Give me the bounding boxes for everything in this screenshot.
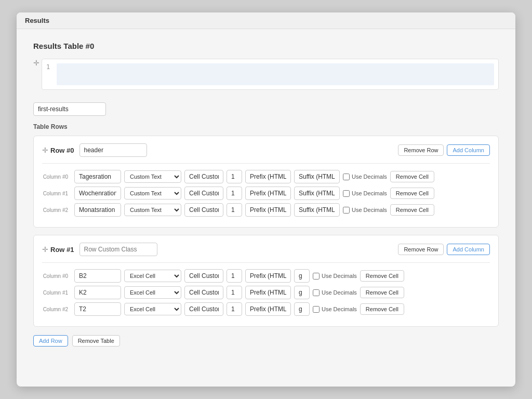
- row-1-class-input[interactable]: [79, 243, 157, 256]
- col-0-2-label: Column #2: [42, 207, 71, 213]
- col-0-1-number-input[interactable]: [227, 187, 242, 200]
- code-area: 1: [42, 59, 499, 90]
- row-1-block: ✛ Row #1 Remove Row Add Column Column #0…: [33, 235, 499, 327]
- section-title: Results Table #0: [33, 42, 499, 50]
- col-0-1-type-select[interactable]: Custom Text Excel Cell Custom Text: [124, 187, 181, 200]
- col-1-1-label: Column #1: [42, 290, 71, 296]
- row-0-label: Row #0: [50, 147, 74, 154]
- col-1-0-suffix-input[interactable]: [294, 269, 310, 283]
- col-1-2-label: Column #2: [42, 307, 71, 312]
- col-1-0-remove-cell-button[interactable]: Remove Cell: [360, 270, 404, 282]
- col-0-1-decimals-label: Use Decimals: [343, 190, 387, 197]
- col-1-0-cell-class-input[interactable]: [184, 269, 223, 283]
- row-0-drag-icon: ✛: [42, 146, 48, 154]
- col-1-1-decimals-label: Use Decimals: [313, 289, 357, 296]
- row-1-header: ✛ Row #1 Remove Row Add Column: [42, 243, 490, 256]
- col-0-1-decimals-checkbox[interactable]: [343, 190, 350, 197]
- col-1-0-value-input[interactable]: [74, 269, 121, 283]
- col-1-2-cell-class-input[interactable]: [184, 302, 223, 316]
- col-1-0-decimals-label: Use Decimals: [313, 273, 357, 280]
- window-header: Results: [17, 12, 515, 29]
- row-1-col-2: Column #2 Excel Cell Custom Text Custom …: [42, 302, 490, 316]
- col-1-2-remove-cell-button[interactable]: Remove Cell: [360, 303, 404, 315]
- table-rows-label: Table Rows: [33, 123, 499, 130]
- col-0-1-suffix-input[interactable]: [294, 187, 340, 200]
- col-1-2-prefix-input[interactable]: [245, 302, 291, 316]
- col-1-0-label: Column #0: [42, 273, 71, 279]
- drag-handle-icon: ✛: [33, 59, 39, 67]
- col-0-0-type-select[interactable]: Custom Text Excel Cell Custom Text: [124, 170, 181, 183]
- col-0-0-value-input[interactable]: [74, 170, 121, 183]
- col-1-1-remove-cell-button[interactable]: Remove Cell: [360, 287, 404, 298]
- bottom-actions: Add Row Remove Table: [33, 335, 499, 347]
- col-1-1-decimals-checkbox[interactable]: [313, 289, 320, 296]
- col-1-1-cell-class-input[interactable]: [184, 286, 223, 299]
- col-1-1-suffix-input[interactable]: [294, 286, 310, 299]
- col-0-2-type-select[interactable]: Custom Text Excel Cell Custom Text: [124, 204, 181, 216]
- col-1-2-type-select[interactable]: Excel Cell Custom Text Custom Text: [124, 303, 181, 315]
- col-0-1-label: Column #1: [42, 191, 71, 196]
- row-0-header: ✛ Row #0 Remove Row Add Column: [42, 143, 490, 157]
- col-0-0-label: Column #0: [42, 174, 71, 180]
- col-0-1-prefix-input[interactable]: [245, 187, 291, 200]
- col-0-0-number-input[interactable]: [227, 170, 242, 183]
- table-id-section: [33, 102, 499, 116]
- col-1-1-number-input[interactable]: [227, 286, 242, 299]
- line-number: 1: [46, 63, 57, 85]
- col-0-1-value-input[interactable]: [74, 187, 121, 200]
- row-1-col-1: Column #1 Excel Cell Custom Text Custom …: [42, 286, 490, 299]
- row-0-add-column-button[interactable]: Add Column: [447, 144, 490, 156]
- col-0-2-prefix-input[interactable]: [245, 203, 291, 217]
- col-1-0-number-input[interactable]: [227, 269, 242, 283]
- row-1-label: Row #1: [50, 246, 74, 254]
- col-1-1-type-select[interactable]: Excel Cell Custom Text Custom Text: [124, 286, 181, 299]
- row-0-divider: [42, 163, 490, 164]
- col-0-0-decimals-checkbox[interactable]: [343, 174, 350, 180]
- col-0-2-decimals-label: Use Decimals: [343, 207, 387, 214]
- col-0-0-cell-class-input[interactable]: [184, 170, 223, 183]
- row-1-col-0: Column #0 Excel Cell Custom Text Custom …: [42, 269, 490, 283]
- row-0-remove-button[interactable]: Remove Row: [398, 144, 444, 156]
- row-1-divider: [42, 262, 490, 263]
- table-id-input[interactable]: [33, 102, 106, 116]
- col-0-1-remove-cell-button[interactable]: Remove Cell: [390, 188, 434, 199]
- col-0-2-value-input[interactable]: [74, 203, 121, 217]
- col-1-0-decimals-checkbox[interactable]: [313, 273, 320, 280]
- row-0-col-1: Column #1 Custom Text Excel Cell Custom …: [42, 187, 490, 200]
- col-0-2-decimals-checkbox[interactable]: [343, 207, 350, 214]
- col-0-0-decimals-label: Use Decimals: [343, 174, 387, 180]
- col-1-2-number-input[interactable]: [227, 302, 242, 316]
- col-0-2-suffix-input[interactable]: [294, 203, 340, 217]
- col-1-1-value-input[interactable]: [74, 286, 121, 299]
- col-1-2-decimals-checkbox[interactable]: [313, 306, 320, 313]
- col-1-1-prefix-input[interactable]: [245, 286, 291, 299]
- row-1-drag-icon: ✛: [42, 245, 48, 254]
- row-1-add-column-button[interactable]: Add Column: [447, 244, 490, 255]
- col-1-0-prefix-input[interactable]: [245, 269, 291, 283]
- row-0-class-input[interactable]: [79, 143, 147, 157]
- row-0-block: ✛ Row #0 Remove Row Add Column Column #0…: [33, 136, 499, 228]
- row-1-remove-button[interactable]: Remove Row: [398, 244, 444, 255]
- col-1-2-decimals-label: Use Decimals: [313, 306, 357, 313]
- row-0-col-2: Column #2 Custom Text Excel Cell Custom …: [42, 203, 490, 217]
- content: Results Table #0 ✛ 1 Table Rows ✛ Row #0: [17, 29, 515, 359]
- window-title: Results: [25, 17, 49, 24]
- code-content: [57, 63, 494, 85]
- col-0-2-number-input[interactable]: [227, 203, 242, 217]
- col-1-0-type-select[interactable]: Excel Cell Custom Text Custom Text: [124, 270, 181, 282]
- col-1-2-value-input[interactable]: [74, 302, 121, 316]
- remove-table-button[interactable]: Remove Table: [72, 335, 120, 347]
- add-row-button[interactable]: Add Row: [33, 335, 68, 347]
- row-0-col-0: Column #0 Custom Text Excel Cell Custom …: [42, 170, 490, 183]
- col-1-2-suffix-input[interactable]: [294, 302, 310, 316]
- row-0-actions: Remove Row Add Column: [398, 144, 490, 156]
- col-0-0-suffix-input[interactable]: [294, 170, 340, 183]
- rows-container: ✛ Row #0 Remove Row Add Column Column #0…: [33, 136, 499, 327]
- col-0-2-remove-cell-button[interactable]: Remove Cell: [390, 204, 434, 216]
- col-0-1-cell-class-input[interactable]: [184, 187, 223, 200]
- col-0-0-prefix-input[interactable]: [245, 170, 291, 183]
- col-0-2-cell-class-input[interactable]: [184, 203, 223, 217]
- window: Results Results Table #0 ✛ 1 Table Rows …: [17, 12, 515, 387]
- row-1-actions: Remove Row Add Column: [398, 244, 490, 255]
- col-0-0-remove-cell-button[interactable]: Remove Cell: [390, 171, 434, 182]
